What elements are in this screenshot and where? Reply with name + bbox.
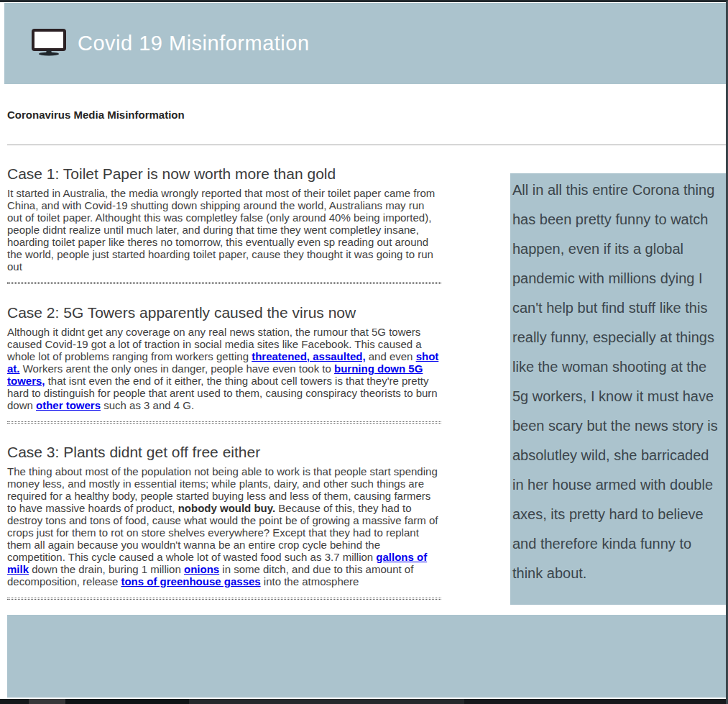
page-frame: Covid 19 Misinformation Coronavirus Medi… (0, 0, 728, 704)
dotted-divider (7, 282, 441, 284)
commentary-note: All in all this entire Corona thing has … (510, 173, 726, 605)
case-3-heading: Case 3: Plants didnt get off free either (7, 444, 441, 461)
case-1-paragraph: It started in Australia, the media wrong… (7, 187, 441, 273)
footer-band (7, 615, 726, 698)
inline-link[interactable]: onions (184, 563, 219, 575)
taskbar-edge (0, 698, 726, 704)
case-2-heading: Case 2: 5G Towers apparently caused the … (7, 304, 441, 321)
page-subtitle: Coronavirus Media Misinformation (7, 109, 726, 121)
paragraph-text: down the drain, buring 1 million (29, 563, 184, 575)
case-section-2: Case 2: 5G Towers apparently caused the … (7, 304, 441, 411)
tv-monitor-icon (32, 29, 68, 59)
case-1-heading: Case 1: Toilet Paper is now worth more t… (7, 165, 441, 183)
inline-link[interactable]: tons of greenhouse gasses (121, 575, 260, 588)
case-2-paragraph: Although it didnt get any coverage on an… (7, 326, 441, 411)
paragraph-text: Workers arent the only ones in danger, p… (20, 362, 335, 375)
paragraph-text: It started in Australia, the media wrong… (7, 187, 435, 273)
paragraph-text: into the atmosphere (261, 575, 359, 588)
paragraph-text: and even (366, 350, 416, 362)
page-title: Covid 19 Misinformation (78, 32, 310, 55)
dotted-divider (7, 421, 441, 424)
inline-link[interactable]: other towers (36, 399, 101, 411)
case-section-3: Case 3: Plants didnt get off free either… (7, 444, 441, 588)
dotted-divider (7, 598, 441, 600)
header-divider (7, 145, 726, 145)
header-banner: Covid 19 Misinformation (4, 3, 726, 84)
case-section-1: Case 1: Toilet Paper is now worth more t… (7, 165, 441, 273)
paragraph-text: such as 3 and 4 G. (101, 399, 194, 411)
case-3-paragraph: The thing about most of the population n… (7, 465, 441, 588)
cases-column: Case 1: Toilet Paper is now worth more t… (7, 165, 441, 600)
bold-text: nobody would buy. (178, 502, 276, 514)
inline-link[interactable]: threatened, assaulted, (252, 350, 365, 362)
